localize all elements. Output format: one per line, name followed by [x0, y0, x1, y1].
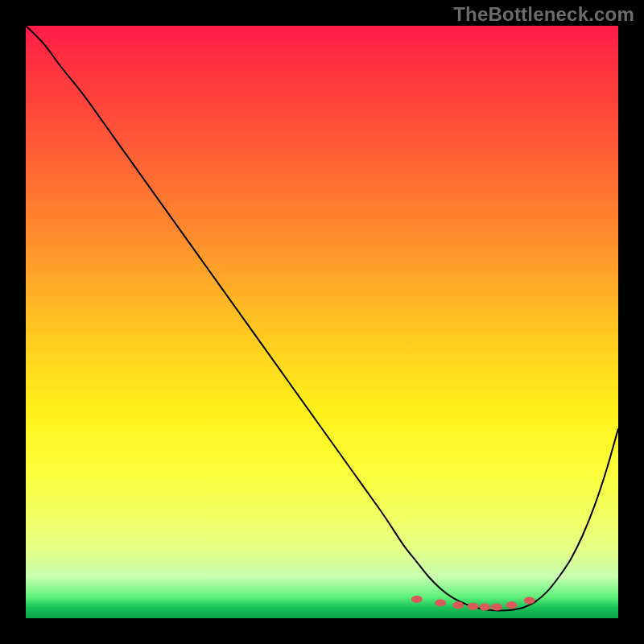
bottleneck-curve: [26, 26, 618, 618]
watermark-text: TheBottleneck.com: [453, 3, 634, 26]
optimum-marker: [452, 601, 464, 609]
optimum-marker: [491, 604, 502, 611]
optimum-marker: [479, 604, 490, 611]
optimum-marker: [524, 597, 535, 604]
chart-frame: TheBottleneck.com: [0, 0, 644, 644]
optimum-marker: [468, 603, 479, 610]
optimum-marker: [411, 596, 423, 603]
optimum-marker: [435, 599, 446, 606]
plot-area: [26, 26, 618, 618]
curve-line: [26, 26, 618, 610]
optimum-marker: [506, 601, 518, 609]
optimum-markers: [411, 596, 535, 611]
